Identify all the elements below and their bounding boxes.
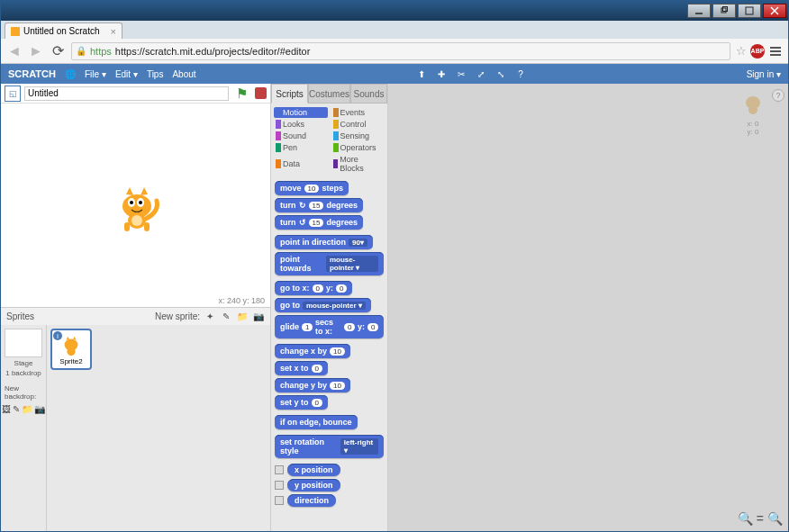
menu-tips[interactable]: Tips — [147, 69, 164, 79]
sprite-item-selected[interactable]: i Sprite2 — [50, 329, 92, 370]
category-more-blocks[interactable]: More Blocks — [331, 154, 385, 174]
project-title-input[interactable] — [24, 86, 229, 101]
stage-area[interactable]: x: 240 y: 180 — [1, 104, 270, 307]
category-data[interactable]: Data — [274, 154, 328, 174]
block-direction[interactable]: direction — [287, 494, 336, 507]
stop-button[interactable] — [255, 87, 267, 99]
block-point-direction[interactable]: point in direction90▾ — [275, 235, 373, 249]
category-motion[interactable]: Motion — [274, 107, 328, 118]
backdrop-camera-icon[interactable]: 📷 — [34, 404, 45, 414]
editor-tabs: Scripts Costumes Sounds — [271, 84, 387, 104]
block-y-position[interactable]: y position — [287, 479, 340, 491]
scratch-cat-sprite[interactable] — [109, 183, 165, 233]
window-minimize-button[interactable] — [687, 4, 711, 18]
bookmark-icon[interactable]: ☆ — [736, 44, 747, 58]
tab-costumes[interactable]: Costumes — [308, 84, 350, 104]
block-point-towards[interactable]: point towardsmouse-pointer ▾ — [275, 252, 384, 275]
delete-icon[interactable]: ✂ — [455, 68, 467, 80]
abp-extension-icon[interactable]: ABP — [750, 44, 765, 59]
menu-file[interactable]: File ▾ — [85, 69, 106, 79]
window-restore-button[interactable] — [712, 4, 736, 18]
category-sensing[interactable]: Sensing — [331, 131, 385, 141]
checkbox-direction[interactable] — [275, 496, 284, 505]
share-icon[interactable]: ⬆ — [415, 68, 428, 80]
grow-icon[interactable]: ⤢ — [475, 68, 487, 80]
block-change-x[interactable]: change x by10 — [275, 344, 350, 358]
toolbar-right: ☆ ABP — [736, 44, 783, 59]
window-maximize-button[interactable] — [738, 4, 761, 18]
lock-icon: 🔒 — [76, 46, 86, 56]
camera-sprite-icon[interactable]: 📷 — [252, 311, 265, 323]
block-rotation-style[interactable]: set rotation styleleft-right ▾ — [275, 435, 384, 458]
signin-button[interactable]: Sign in ▾ — [747, 69, 781, 79]
category-pen[interactable]: Pen — [274, 142, 328, 153]
category-label: Motion — [283, 108, 307, 117]
zoom-out-button[interactable]: 🔍 — [738, 511, 753, 526]
block-change-y[interactable]: change y by10 — [275, 378, 350, 392]
category-sound[interactable]: Sound — [274, 131, 328, 141]
category-label: Operators — [340, 143, 376, 152]
block-glide[interactable]: glide1secs to x:0y:0 — [275, 315, 384, 338]
nav-back-button[interactable]: ◄ — [6, 43, 23, 59]
green-flag-button[interactable]: ⚑ — [236, 86, 248, 102]
zoom-reset-button[interactable]: = — [757, 511, 764, 526]
category-label: Looks — [283, 120, 304, 129]
help-icon[interactable]: ? — [514, 68, 527, 80]
tab-close-icon[interactable]: × — [111, 26, 116, 37]
block-turn-ccw[interactable]: turn↺15degrees — [275, 215, 363, 230]
script-area[interactable]: x: 0 y: 0 ? 🔍 = 🔍 — [388, 84, 788, 531]
upload-sprite-icon[interactable]: 📁 — [236, 311, 249, 323]
help-toggle-icon[interactable]: ? — [772, 89, 784, 102]
block-bounce[interactable]: if on edge, bounce — [275, 415, 358, 429]
svg-rect-1 — [721, 8, 726, 13]
nav-forward-button[interactable]: ► — [28, 43, 44, 59]
motion-blocks: move10steps turn↻15degrees turn↺15degree… — [271, 177, 387, 531]
checkbox-xpos[interactable] — [275, 465, 284, 474]
sprite-info-panel: x: 0 y: 0 — [739, 91, 766, 136]
browser-menu-button[interactable] — [768, 45, 783, 58]
category-looks[interactable]: Looks — [274, 119, 328, 130]
shrink-icon[interactable]: ⤡ — [494, 68, 507, 80]
block-set-x[interactable]: set x to0 — [275, 361, 328, 375]
menu-about[interactable]: About — [172, 69, 195, 79]
sprite-info-icon[interactable]: i — [53, 331, 62, 340]
window-close-button[interactable] — [763, 4, 786, 18]
url-text: https://scratch.mit.edu/projects/editor/… — [115, 46, 310, 57]
globe-icon[interactable]: 🌐 — [65, 69, 76, 79]
category-events[interactable]: Events — [331, 107, 385, 118]
scratch-logo[interactable]: SCRATCH — [8, 68, 56, 79]
block-turn-cw[interactable]: turn↻15degrees — [275, 198, 363, 212]
sprite-header: Sprites New sprite: ✦ ✎ 📁 📷 — [1, 307, 270, 325]
block-goto-xy[interactable]: go to x:0y:0 — [275, 281, 352, 295]
svg-rect-13 — [124, 222, 130, 231]
sprite-thumbnail-icon — [59, 334, 84, 357]
block-x-position[interactable]: x position — [287, 464, 340, 476]
fullscreen-button[interactable]: ◱ — [5, 86, 21, 102]
duplicate-icon[interactable]: ✚ — [435, 68, 448, 80]
category-label: Data — [283, 159, 300, 168]
stage-label: Stage — [14, 359, 33, 367]
tab-sounds[interactable]: Sounds — [350, 84, 387, 104]
backdrop-upload-icon[interactable]: 📁 — [22, 404, 32, 414]
sprite-library-icon[interactable]: ✦ — [204, 311, 216, 323]
zoom-controls: 🔍 = 🔍 — [738, 511, 783, 526]
url-bar[interactable]: 🔒 https https://scratch.mit.edu/projects… — [71, 42, 730, 60]
block-move-steps[interactable]: move10steps — [275, 181, 349, 195]
checkbox-ypos[interactable] — [275, 481, 284, 490]
nav-reload-button[interactable]: ⟳ — [50, 43, 66, 59]
browser-tab[interactable]: Untitled on Scratch × — [5, 23, 122, 39]
category-operators[interactable]: Operators — [331, 142, 385, 153]
stage-thumbnail[interactable] — [5, 329, 42, 357]
svg-point-10 — [139, 201, 142, 204]
backdrop-paint-icon[interactable]: ✎ — [13, 404, 20, 414]
tab-scripts[interactable]: Scripts — [271, 84, 308, 104]
zoom-in-button[interactable]: 🔍 — [767, 511, 783, 526]
backdrop-library-icon[interactable]: 🖼 — [2, 404, 11, 414]
menu-edit[interactable]: Edit ▾ — [115, 69, 138, 79]
top-tools: ⬆ ✚ ✂ ⤢ ⤡ ? — [415, 68, 527, 80]
block-categories: MotionEventsLooksControlSoundSensingPenO… — [271, 104, 387, 177]
block-set-y[interactable]: set y to0 — [275, 395, 328, 410]
category-control[interactable]: Control — [331, 119, 385, 130]
paint-sprite-icon[interactable]: ✎ — [220, 311, 232, 323]
block-goto[interactable]: go tomouse-pointer ▾ — [275, 298, 371, 312]
